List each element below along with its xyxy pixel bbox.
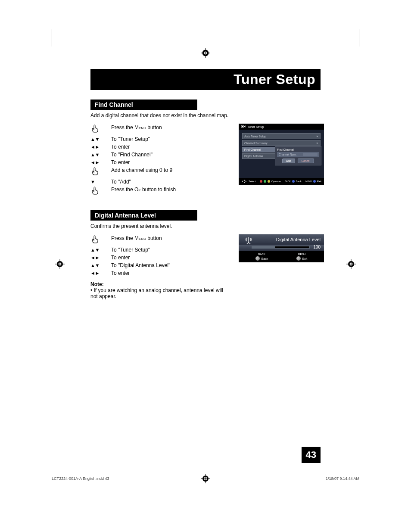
osd1-popup-field-label: Channel Num.: [279, 153, 297, 156]
osd-tuner-setup-figure: Tuner Setup Auto Tuner Setup▸ Channel Su…: [239, 124, 324, 185]
step-text: To enter: [111, 269, 228, 277]
step-hand-icon: [90, 234, 111, 246]
step-text: To "Tuner Setup": [111, 246, 228, 254]
step-text: To "Find Channel": [111, 151, 228, 159]
footer-timestamp: 1/18/07 9:14:44 AM: [326, 476, 359, 481]
step-ud-icon: ▲▼: [90, 151, 111, 159]
step-lr-icon: ◄►: [90, 269, 111, 277]
page-number: 43: [302, 447, 321, 463]
find-channel-steps: Press the Menu button▲▼To "Tuner Setup"◄…: [90, 124, 228, 197]
section-intro-antenna: Confirms the present antenna level.: [90, 223, 321, 229]
step-text: Press the Menu button: [111, 124, 228, 135]
svg-rect-20: [242, 126, 243, 127]
step-text: To enter: [111, 254, 228, 261]
osd2-footer-back: BACK Back: [255, 253, 268, 261]
step-d-icon: ▼: [90, 178, 111, 186]
footer-filename: LCT2224-001A-A English.indd 43: [52, 476, 109, 481]
osd1-footer-operate: Operate: [260, 180, 281, 183]
osd1-cancel-button: Cancel: [298, 159, 314, 163]
osd1-footer-exit: MENUExit: [305, 180, 321, 183]
registration-mark-top: [201, 48, 210, 58]
page-title: Tuner Setup: [90, 69, 321, 90]
osd1-popup-field-value: [303, 153, 318, 156]
antenna-icon: [245, 236, 252, 245]
osd2-title: Digital Antenna Level: [276, 237, 321, 242]
osd1-add-button: Add: [282, 159, 295, 163]
osd1-footer-back: BACKBack: [285, 180, 302, 183]
step-lr-icon: ◄►: [90, 254, 111, 261]
section-heading-antenna: Digital Antenna Level: [90, 210, 197, 221]
registration-mark-right: [346, 259, 356, 269]
section-heading-find-channel: Find Channel: [90, 100, 197, 110]
step-ud-icon: ▲▼: [90, 261, 111, 269]
step-text: To "Digital Antenna Level": [111, 261, 228, 269]
osd1-item-channel-summary: Channel Summary▸: [242, 140, 321, 146]
osd1-popup-title: Find Channel: [277, 148, 319, 151]
section-intro: Add a digital channel that does not exis…: [90, 112, 321, 118]
registration-mark-left: [55, 259, 65, 269]
step-lr-icon: ◄►: [90, 159, 111, 166]
note-label: Note:: [90, 281, 228, 287]
step-text: Press the Menu button: [111, 234, 228, 246]
step-hand-icon: [90, 124, 111, 135]
step-ud-icon: ▲▼: [90, 135, 111, 143]
step-text: Add a channel using 0 to 9: [111, 166, 228, 178]
note-body: • If you are watching an analog channel,…: [90, 287, 228, 299]
osd1-title: Tuner Setup: [247, 125, 264, 128]
step-ud-icon: ▲▼: [90, 246, 111, 254]
osd2-level-value: 100: [313, 245, 321, 249]
step-text: To "Add": [111, 178, 228, 186]
osd2-footer-exit: MENU Exit: [296, 253, 308, 261]
osd-antenna-level-figure: Digital Antenna Level 100 BACK Back MENU: [239, 234, 324, 262]
step-text: To enter: [111, 159, 228, 166]
antenna-steps: Press the Menu button▲▼To "Tuner Setup"◄…: [90, 234, 228, 277]
osd1-item-auto-tuner: Auto Tuner Setup▸: [242, 133, 321, 139]
osd2-level-bar: [252, 246, 310, 249]
step-lr-icon: ◄►: [90, 143, 111, 151]
step-hand-icon: [90, 166, 111, 178]
step-text: To enter: [111, 143, 228, 151]
step-text: To "Tuner Setup": [111, 135, 228, 143]
step-hand-icon: [90, 186, 111, 197]
osd1-footer-select: Select: [241, 179, 256, 184]
step-text: Press the Ok button to finish: [111, 186, 228, 197]
